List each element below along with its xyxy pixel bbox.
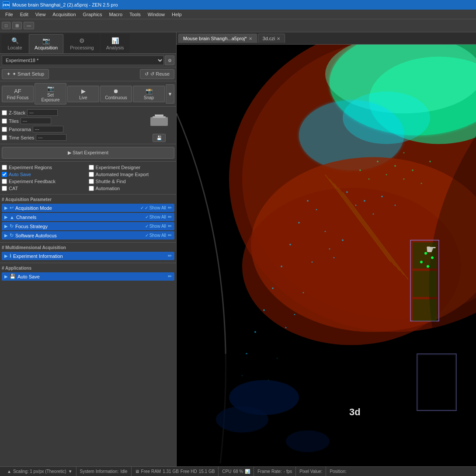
tab-locate[interactable]: 🔍 Locate: [2, 34, 28, 53]
time-series-checkbox[interactable]: [2, 135, 7, 140]
image-tab-1-close[interactable]: ✕: [277, 36, 280, 41]
experiment-regions-checkbox[interactable]: [2, 165, 7, 170]
panorama-label: Panorama: [9, 127, 31, 132]
menu-acquisition[interactable]: Acquisition: [49, 11, 79, 18]
shuttle-find-item: Shuttle & Find: [89, 178, 175, 184]
menu-graphics[interactable]: Graphics: [80, 11, 106, 18]
automation-checkbox[interactable]: [89, 186, 94, 191]
channels-show-all[interactable]: ✓ Show All: [145, 215, 166, 219]
image-tab-0-label: Mouse brain Shangh...a5proj*: [183, 36, 247, 41]
automated-image-export-item: Automated Image Export: [89, 171, 175, 177]
cat-checkbox[interactable]: [2, 186, 7, 191]
experiment-dropdown[interactable]: Experiment18 *: [2, 56, 164, 65]
snap-icon: 📸: [146, 88, 153, 94]
auto-save-item: Auto Save: [2, 171, 88, 177]
focus-icon: ↻: [10, 223, 14, 229]
svg-point-63: [431, 257, 434, 259]
experiment-designer-checkbox[interactable]: [89, 165, 94, 170]
panorama-value[interactable]: [33, 126, 63, 132]
svg-rect-60: [413, 271, 437, 297]
z-stack-value[interactable]: [27, 109, 58, 116]
toolbar-btn-2[interactable]: ⊞: [12, 22, 22, 29]
scaling-arrow-down[interactable]: ▼: [68, 469, 73, 474]
acq-mode-show-all[interactable]: ✓ ✓ Show All: [140, 205, 166, 210]
menu-help[interactable]: Help: [168, 11, 185, 18]
main-toolbar: □ ⊞ —: [0, 19, 476, 32]
find-focus-button[interactable]: AF Find Focus: [2, 86, 34, 102]
tiles-value[interactable]: [21, 118, 51, 124]
z-stack-checkbox[interactable]: [2, 110, 7, 115]
svg-point-42: [386, 174, 387, 175]
svg-point-16: [325, 231, 326, 232]
left-panel: 🔍 Locate 📷 Acquisition ⚙ Processing 📊 An…: [0, 32, 177, 466]
autofocus-show-all[interactable]: ✓ Show All: [145, 233, 166, 238]
tab-locate-label: Locate: [7, 45, 22, 50]
svg-point-39: [359, 170, 361, 171]
snap-button[interactable]: 📸 Snap: [133, 86, 165, 102]
svg-rect-61: [413, 299, 437, 321]
software-autofocus-row[interactable]: ▶ ↻ Software Autofocus ✓ Show All ✏: [2, 231, 174, 240]
toolbar-btn-1[interactable]: □: [2, 22, 10, 29]
menu-macro[interactable]: Macro: [106, 11, 126, 18]
processing-icon: ⚙: [79, 37, 85, 44]
tab-analysis[interactable]: 📊 Analysis: [101, 34, 130, 53]
focus-strategy-show-all[interactable]: ✓ Show All: [145, 224, 166, 229]
auto-save-edit-icon[interactable]: ✏: [168, 274, 172, 279]
start-experiment-button[interactable]: ▶ Start Experiment: [2, 147, 174, 159]
autofocus-edit-icon[interactable]: ✏: [168, 233, 172, 238]
set-exposure-button[interactable]: 📷 Set Exposure: [35, 83, 66, 104]
experiment-info-edit-icon[interactable]: ✏: [168, 253, 172, 259]
menu-edit[interactable]: Edit: [17, 11, 32, 18]
auto-save-row[interactable]: ▶ 💾 Auto Save ✏: [2, 272, 174, 281]
image-viewer[interactable]: 3d ☛: [177, 45, 476, 466]
more-options-btn[interactable]: ▼: [166, 84, 174, 104]
menu-view[interactable]: View: [32, 11, 49, 18]
main-layout: 🔍 Locate 📷 Acquisition ⚙ Processing 📊 An…: [0, 32, 476, 466]
toolbar-btn-3[interactable]: —: [24, 22, 34, 29]
shuttle-find-checkbox[interactable]: [89, 179, 94, 184]
options-right: 💾: [144, 108, 174, 142]
tab-processing[interactable]: ⚙ Processing: [64, 34, 99, 53]
scaling-arrow-up[interactable]: ▲: [7, 469, 11, 474]
experiment-info-row[interactable]: ▶ ℹ Experiment Information ✏: [2, 252, 174, 260]
tiles-checkbox[interactable]: [2, 118, 7, 124]
continuous-button[interactable]: ⏺ Continuous: [100, 86, 132, 102]
reuse-button[interactable]: ↺ ↺ Reuse: [140, 69, 174, 79]
acq-mode-edit-icon[interactable]: ✏: [168, 205, 172, 211]
image-tab-1[interactable]: 3d.czi ✕: [258, 34, 285, 43]
experiment-feedback-checkbox[interactable]: [2, 179, 7, 184]
zen-logo: ZEN: [3, 1, 10, 8]
automated-image-export-checkbox[interactable]: [89, 172, 94, 177]
panorama-checkbox[interactable]: [2, 127, 7, 132]
auto-save-checkbox[interactable]: [2, 172, 7, 177]
tab-processing-label: Processing: [70, 45, 94, 50]
free-ram-value: 1.31 GB: [163, 469, 179, 474]
smart-setup-button[interactable]: ✦ ✦ Smart Setup: [2, 69, 49, 79]
svg-point-38: [334, 257, 335, 258]
menu-window[interactable]: Window: [144, 11, 168, 18]
focus-strategy-row[interactable]: ▶ ↻ Focus Strategy ✓ Show All ✏: [2, 222, 174, 230]
left-panel-scroll[interactable]: # Acquisition Parameter ▶ ↩ Acquisition …: [0, 195, 176, 466]
acquisition-mode-row[interactable]: ▶ ↩ Acquisition Mode ✓ ✓ Show All ✏: [2, 204, 174, 212]
image-tab-0[interactable]: Mouse brain Shangh...a5proj* ✕: [178, 34, 257, 43]
save-icon-btn[interactable]: 💾: [153, 134, 166, 142]
tab-bar: 🔍 Locate 📷 Acquisition ⚙ Processing 📊 An…: [0, 32, 176, 54]
stage-icon: [144, 108, 174, 130]
channels-row[interactable]: ▶ ▲ Channels ✓ Show All ✏: [2, 213, 174, 221]
time-series-value[interactable]: [36, 134, 66, 141]
experiment-options-btn[interactable]: ⚙: [165, 56, 174, 65]
live-button[interactable]: ▶ Live: [67, 86, 99, 102]
svg-point-64: [420, 261, 423, 264]
menu-tools[interactable]: Tools: [126, 11, 144, 18]
image-tab-0-close[interactable]: ✕: [249, 36, 252, 41]
tab-acquisition[interactable]: 📷 Acquisition: [29, 34, 63, 53]
menu-file[interactable]: File: [2, 11, 17, 18]
channels-edit-icon[interactable]: ✏: [168, 214, 172, 220]
svg-point-40: [368, 178, 370, 180]
multi-acq-title: # Multidimensional Acquisition: [2, 244, 174, 252]
time-series-row: Time Series: [2, 133, 142, 142]
svg-point-21: [272, 288, 274, 289]
free-ram-label: Free RAM: [141, 469, 161, 474]
focus-strategy-edit-icon[interactable]: ✏: [168, 223, 172, 229]
experiment-designer-item: Experiment Designer: [89, 164, 175, 170]
